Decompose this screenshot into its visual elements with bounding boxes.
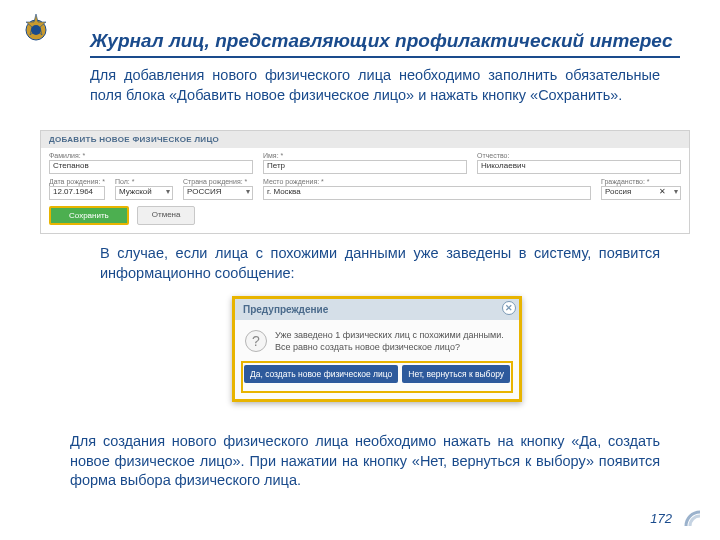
select-citizenship[interactable]: Россия ✕ [601,186,681,200]
corner-decoration-icon [682,508,704,530]
label-country: Страна рождения: * [183,178,253,185]
input-birthplace[interactable]: г. Москва [263,186,591,200]
dialog-no-button[interactable]: Нет, вернуться к выбору [402,365,510,383]
svg-point-1 [31,25,41,35]
label-patronymic: Отчество: [477,152,681,159]
label-birthplace: Место рождения: * [263,178,591,185]
input-name[interactable]: Петр [263,160,467,174]
page-title: Журнал лиц, представляющих профилактичес… [90,30,680,58]
form-header: ДОБАВИТЬ НОВОЕ ФИЗИЧЕСКОЕ ЛИЦО [41,131,689,148]
label-sex: Пол: * [115,178,173,185]
label-dob: Дата рождения: * [49,178,105,185]
input-dob[interactable]: 12.07.1964 [49,186,105,200]
intro-text-1: Для добавления нового физического лица н… [90,66,660,105]
dialog-yes-button[interactable]: Да, создать новое физическое лицо [244,365,398,383]
intro-text-2: В случае, если лица с похожими данными у… [100,244,660,283]
cancel-button[interactable]: Отмена [137,206,196,225]
label-surname: Фамилия: * [49,152,253,159]
dialog-title: Предупреждение ✕ [235,299,519,320]
select-country[interactable]: РОССИЯ [183,186,253,200]
intro-text-3: Для создания нового физического лица нео… [70,432,660,491]
add-person-form: ДОБАВИТЬ НОВОЕ ФИЗИЧЕСКОЕ ЛИЦО Фамилия: … [40,130,690,234]
close-icon[interactable]: ✕ [502,301,516,315]
clear-citizenship-icon[interactable]: ✕ [659,187,666,196]
input-surname[interactable]: Степанов [49,160,253,174]
page-number: 172 [650,511,672,526]
select-sex[interactable]: Мужской [115,186,173,200]
label-citizenship: Гражданство: * [601,178,681,185]
input-patronymic[interactable]: Николаевич [477,160,681,174]
dialog-message: Уже заведено 1 физических лиц с похожими… [275,330,509,353]
emblem-icon [18,10,54,50]
question-icon: ? [245,330,267,352]
label-name: Имя: * [263,152,467,159]
warning-dialog: Предупреждение ✕ ? Уже заведено 1 физиче… [232,296,522,402]
save-button[interactable]: Сохранить [49,206,129,225]
